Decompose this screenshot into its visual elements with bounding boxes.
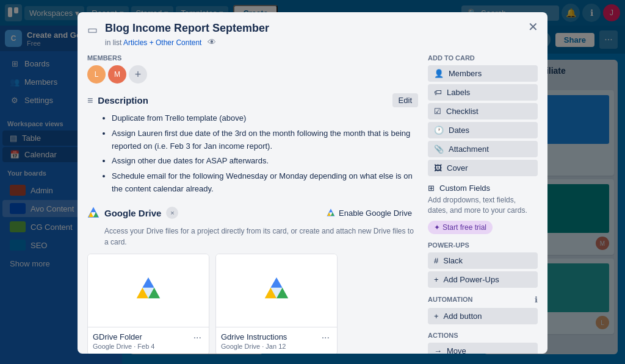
- automation-header: Automation ℹ: [428, 295, 538, 304]
- gdrive-file-meta-2: Google Drive · Jan 12: [221, 343, 319, 350]
- members-section: Members L M +: [87, 54, 418, 84]
- svg-marker-16: [270, 277, 282, 288]
- modal-member-avatar[interactable]: L: [87, 65, 106, 84]
- add-to-card-section: Add to card 👤 Members 🏷 Labels ☑ Checkli…: [428, 54, 538, 176]
- card-modal: ✕ ▭ Blog Income Report September in list…: [78, 12, 547, 354]
- gdrive-file-footer-2: Gdrive Instructions Google Drive · Jan 1…: [216, 327, 337, 354]
- slack-icon: #: [434, 256, 438, 265]
- add-checklist-button[interactable]: ☑ Checklist: [428, 103, 538, 120]
- modal-body: Members L M + ≡ Description Edit: [78, 47, 547, 354]
- start-free-trial-button[interactable]: ✦ Start free trial: [428, 221, 493, 234]
- labels-btn-icon: 🏷: [434, 88, 442, 97]
- modal-overlay[interactable]: ✕ ▭ Blog Income Report September in list…: [0, 0, 625, 364]
- dates-btn-icon: 🕐: [434, 126, 444, 135]
- gdrive-file-2[interactable]: Gdrive Instructions Google Drive · Jan 1…: [215, 254, 338, 354]
- attachment-btn-icon: 📎: [434, 145, 444, 154]
- add-attachment-button[interactable]: 📎 Attachment: [428, 141, 538, 157]
- gdrive-logo-2: [262, 276, 291, 305]
- add-power-up-icon: +: [434, 275, 439, 284]
- gdrive-close-button[interactable]: ×: [166, 207, 178, 219]
- google-drive-section: Google Drive × Enable Google Drive: [87, 205, 418, 354]
- add-members-button[interactable]: 👤 Members: [428, 65, 538, 82]
- description-item: Duplicate from Trello template (above): [112, 112, 418, 125]
- description-header: ≡ Description Edit: [87, 93, 418, 107]
- move-icon: →: [434, 346, 442, 354]
- add-labels-button[interactable]: 🏷 Labels: [428, 84, 538, 101]
- gdrive-btn-icon: [327, 209, 335, 217]
- svg-marker-6: [93, 212, 98, 217]
- description-content: Duplicate from Trello template (above) A…: [87, 112, 418, 196]
- description-item: Assign other due dates for ASAP afterwar…: [112, 155, 418, 168]
- slack-button[interactable]: # Slack: [428, 252, 538, 269]
- gdrive-file-name-2: Gdrive Instructions: [221, 332, 319, 341]
- gdrive-description: Access your Drive files for a project di…: [87, 226, 418, 248]
- description-icon: ≡: [87, 95, 93, 106]
- gdrive-logo-1: [134, 276, 163, 305]
- svg-marker-5: [89, 212, 93, 217]
- automation-section: Automation ℹ + Add button: [428, 295, 538, 324]
- gdrive-file-meta-1: Google Drive · Feb 4: [93, 343, 191, 350]
- gdrive-file-menu-2[interactable]: ···: [319, 332, 332, 343]
- edit-description-button[interactable]: Edit: [392, 93, 418, 107]
- checklist-btn-icon: ☑: [434, 107, 441, 116]
- cover-btn-icon: 🖼: [434, 163, 442, 173]
- svg-marker-10: [331, 213, 334, 216]
- members-row: L M +: [87, 65, 418, 84]
- svg-marker-12: [142, 277, 154, 288]
- add-power-up-button[interactable]: + Add Power-Ups: [428, 271, 538, 288]
- add-to-card-label: Add to card: [428, 54, 538, 62]
- gdrive-file-info-2: Gdrive Instructions Google Drive · Jan 1…: [221, 332, 319, 350]
- description-section: ≡ Description Edit Duplicate from Trello…: [87, 93, 418, 196]
- power-ups-section: Power-Ups # Slack + Add Power-Ups: [428, 241, 538, 288]
- card-icon: ▭: [87, 22, 98, 37]
- modal-member-avatar[interactable]: M: [108, 65, 126, 84]
- custom-fields-section: ⊞ Custom Fields Add dropdowns, text fiel…: [428, 184, 538, 234]
- custom-fields-description: Add dropdowns, text fields, dates, and m…: [428, 195, 538, 216]
- actions-section: Actions → Move: [428, 332, 538, 354]
- gdrive-file-menu-1[interactable]: ···: [191, 332, 204, 343]
- add-button-icon: +: [434, 312, 439, 321]
- description-title: Description: [98, 95, 148, 105]
- description-item: Schedule email for the following Wednesd…: [112, 170, 418, 196]
- watch-icon[interactable]: 👁: [208, 37, 216, 47]
- add-member-button[interactable]: +: [129, 65, 147, 84]
- modal-title: Blog Income Report September: [105, 22, 538, 35]
- modal-close-button[interactable]: ✕: [524, 18, 541, 35]
- trial-icon: ✦: [434, 223, 440, 232]
- members-label: Members: [87, 54, 418, 62]
- gdrive-file-info-1: GDrive Folder Google Drive · Feb 4: [93, 332, 191, 350]
- power-ups-label: Power-Ups: [428, 241, 538, 249]
- add-dates-button[interactable]: 🕐 Dates: [428, 122, 538, 138]
- custom-fields-icon: ⊞: [428, 184, 435, 193]
- gdrive-file-name-1: GDrive Folder: [93, 332, 191, 341]
- members-btn-icon: 👤: [434, 69, 444, 78]
- modal-subtitle: in list Articles + Other Content 👁: [105, 37, 538, 47]
- description-title-row: ≡ Description: [87, 95, 148, 106]
- enable-gdrive-button[interactable]: Enable Google Drive: [320, 205, 418, 221]
- gdrive-title-row: Google Drive ×: [87, 207, 178, 219]
- svg-marker-9: [327, 213, 331, 216]
- modal-header: ▭ Blog Income Report September in list A…: [78, 12, 547, 47]
- move-button[interactable]: → Move: [428, 343, 538, 354]
- description-item: Assign Lauren first due date of the 3rd …: [112, 127, 418, 153]
- automation-label: Automation: [428, 296, 473, 303]
- gdrive-files: GDrive Folder Google Drive · Feb 4 ···: [87, 254, 418, 354]
- add-button-button[interactable]: + Add button: [428, 308, 538, 324]
- google-drive-icon: [87, 207, 99, 219]
- add-cover-button[interactable]: 🖼 Cover: [428, 160, 538, 176]
- modal-title-area: Blog Income Report September in list Art…: [105, 22, 538, 47]
- gdrive-file-1[interactable]: GDrive Folder Google Drive · Feb 4 ···: [87, 254, 209, 354]
- gdrive-header: Google Drive × Enable Google Drive: [87, 205, 418, 221]
- modal-sidebar: Add to card 👤 Members 🏷 Labels ☑ Checkli…: [428, 54, 538, 354]
- svg-marker-8: [329, 210, 333, 213]
- svg-marker-4: [91, 208, 96, 212]
- list-link[interactable]: Articles + Other Content: [123, 38, 201, 47]
- gdrive-file-preview-2: [216, 254, 337, 327]
- gdrive-title: Google Drive: [104, 208, 161, 218]
- gdrive-file-footer-1: GDrive Folder Google Drive · Feb 4 ···: [88, 327, 209, 354]
- modal-main: Members L M + ≡ Description Edit: [87, 54, 428, 354]
- automation-info-icon[interactable]: ℹ: [535, 295, 538, 304]
- actions-label: Actions: [428, 332, 538, 339]
- gdrive-file-preview-1: [88, 254, 209, 327]
- custom-fields-button[interactable]: ⊞ Custom Fields: [428, 184, 538, 193]
